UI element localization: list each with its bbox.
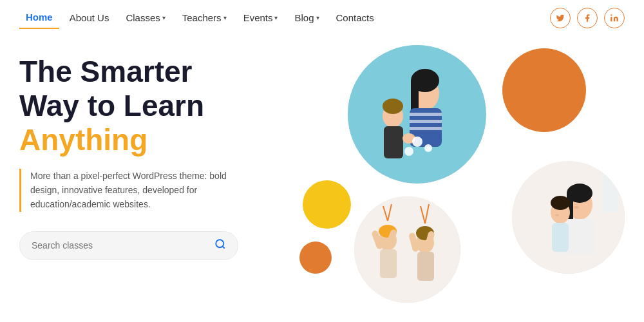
svg-rect-10 — [410, 120, 442, 123]
facebook-icon[interactable] — [577, 8, 598, 28]
nav-label-teachers: Teachers — [182, 12, 222, 23]
chevron-down-icon: ▾ — [316, 14, 319, 21]
chevron-down-icon: ▾ — [223, 14, 227, 21]
chevron-down-icon: ▾ — [162, 14, 166, 21]
hero-title-line2: Way to Learn — [19, 89, 204, 122]
nav-label-blog: Blog — [294, 12, 314, 23]
svg-point-46 — [555, 214, 559, 216]
social-links — [550, 8, 625, 28]
chevron-down-icon: ▾ — [274, 14, 278, 21]
hero-image-teacher-child — [348, 45, 486, 184]
svg-point-18 — [404, 147, 413, 156]
decorative-circle-orange-small — [299, 242, 332, 274]
svg-point-43 — [551, 196, 570, 210]
twitter-icon[interactable] — [550, 8, 571, 28]
hero-title-line1: The Smarter — [19, 55, 192, 88]
nav-label-events: Events — [243, 12, 273, 23]
nav-item-home[interactable]: Home — [19, 6, 59, 29]
decorative-circle-orange-large — [502, 48, 586, 132]
svg-point-0 — [611, 14, 612, 15]
linkedin-icon[interactable] — [604, 8, 625, 28]
hero-title-highlight: Anything — [19, 123, 147, 156]
svg-point-45 — [574, 206, 579, 209]
nav-label-about: About Us — [70, 12, 109, 23]
svg-rect-28 — [417, 252, 434, 281]
svg-line-2 — [222, 246, 224, 248]
svg-rect-20 — [354, 196, 460, 303]
svg-point-16 — [412, 137, 422, 147]
hero-visuals — [296, 42, 625, 312]
nav-links: Home About Us Classes ▾ Teachers ▾ Event… — [19, 6, 550, 29]
hero-section: The Smarter Way to Learn Anything More t… — [0, 35, 644, 312]
nav-label-classes: Classes — [126, 12, 160, 23]
hero-image-children — [354, 196, 460, 303]
svg-point-1 — [216, 240, 223, 247]
search-bar[interactable] — [19, 231, 238, 260]
navigation: Home About Us Classes ▾ Teachers ▾ Event… — [0, 0, 644, 35]
nav-item-teachers[interactable]: Teachers ▾ — [176, 7, 233, 28]
svg-rect-44 — [552, 223, 569, 252]
nav-item-blog[interactable]: Blog ▾ — [288, 7, 325, 28]
svg-rect-11 — [410, 127, 442, 130]
search-icon[interactable] — [214, 238, 226, 253]
svg-rect-23 — [380, 249, 397, 278]
svg-point-13 — [383, 99, 403, 114]
svg-point-17 — [424, 144, 432, 152]
nav-item-contacts[interactable]: Contacts — [330, 7, 381, 28]
nav-label-home: Home — [26, 12, 53, 23]
svg-rect-7 — [411, 80, 419, 109]
nav-item-about[interactable]: About Us — [63, 7, 116, 28]
nav-item-classes[interactable]: Classes ▾ — [119, 7, 171, 28]
decorative-circle-yellow — [303, 180, 351, 229]
hero-description: More than a pixel-perfect WordPress them… — [19, 169, 238, 212]
search-input[interactable] — [32, 240, 214, 251]
nav-item-events[interactable]: Events ▾ — [237, 7, 285, 28]
svg-rect-14 — [384, 126, 403, 158]
hero-content: The Smarter Way to Learn Anything More t… — [19, 42, 296, 312]
svg-rect-47 — [602, 174, 618, 213]
nav-label-contacts: Contacts — [336, 12, 374, 23]
hero-image-mother-child — [512, 161, 625, 274]
hero-title: The Smarter Way to Learn Anything — [19, 55, 296, 157]
svg-rect-9 — [410, 113, 442, 116]
